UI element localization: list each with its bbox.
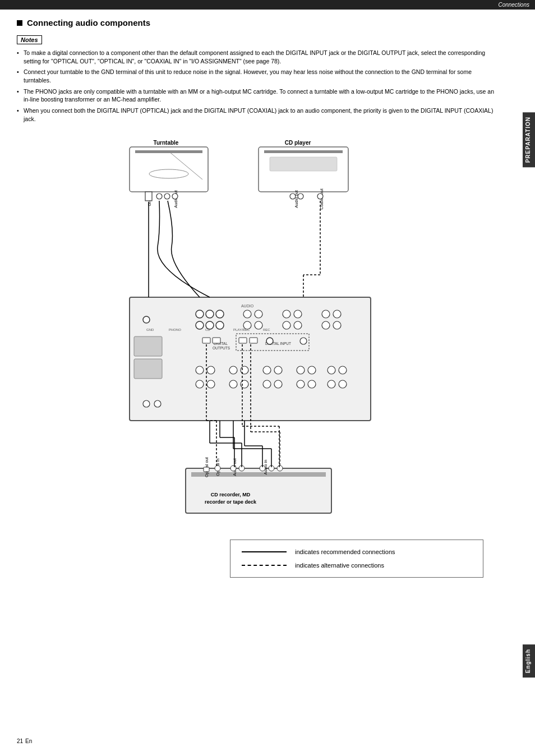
svg-rect-11 [290,193,296,199]
main-content: Connecting audio components Notes To mak… [0,10,523,597]
svg-point-47 [266,338,273,344]
svg-point-66 [274,380,282,388]
svg-point-57 [297,366,305,374]
svg-rect-49 [134,336,162,356]
page-title: Connecting audio components [17,18,500,27]
solid-line-indicator [242,551,287,552]
svg-point-54 [241,366,248,374]
notes-list: To make a digital connection to a compon… [17,49,500,123]
svg-point-25 [255,310,262,318]
svg-text:OUTPUTS: OUTPUTS [213,346,230,350]
svg-point-22 [206,310,214,318]
svg-point-63 [229,380,237,388]
svg-rect-13 [317,193,323,199]
svg-point-34 [255,321,262,329]
svg-point-67 [297,380,305,388]
svg-point-51 [196,366,204,374]
svg-rect-78 [230,465,236,471]
diagram-area: Turntable CD player Ground Audio out [17,135,500,528]
svg-point-30 [196,321,204,329]
svg-rect-7 [145,192,152,201]
svg-point-72 [154,400,161,407]
note-item-3: The PHONO jacks are only compatible with… [17,87,500,104]
connection-diagram: Turntable CD player Ground Audio out [113,135,404,527]
legend-alternative: indicates alternative connections [242,562,472,569]
header-section-label: Connections [498,2,529,8]
note-item-2: Connect your turntable to the GND termin… [17,68,500,84]
cd-recorder-label: CD recorder, MD [211,492,251,497]
svg-point-35 [283,321,290,329]
legend-alternative-label: indicates alternative connections [295,562,384,569]
svg-point-58 [308,366,316,374]
title-icon [17,20,22,26]
svg-rect-10 [172,193,178,199]
svg-point-29 [333,310,341,318]
svg-point-33 [243,321,251,329]
svg-rect-5 [264,150,343,153]
svg-text:recorder or tape deck: recorder or tape deck [205,499,257,505]
svg-rect-45 [239,338,247,343]
svg-rect-9 [164,193,170,199]
svg-point-71 [143,400,150,407]
page-number-value: 21 [17,738,23,744]
svg-point-64 [241,380,248,388]
note-item-1: To make a digital connection to a compon… [17,49,500,65]
svg-point-52 [207,366,215,374]
page-title-text: Connecting audio components [27,18,150,27]
diagram-container: Turntable CD player Ground Audio out [113,135,404,528]
svg-rect-12 [298,193,303,199]
svg-point-26 [283,310,290,318]
svg-point-27 [294,310,302,318]
svg-point-28 [322,310,330,318]
svg-rect-8 [156,193,162,199]
legend-box: indicates recommended connections indica… [230,540,483,578]
svg-point-32 [216,321,224,329]
svg-rect-50 [134,359,162,379]
side-tab-preparation: PREPARATION [523,112,535,167]
svg-point-61 [196,380,204,388]
svg-point-39 [143,316,150,323]
page-suffix: En [25,738,32,744]
svg-text:PHONO: PHONO [169,328,181,331]
svg-point-37 [322,321,330,329]
svg-rect-82 [277,465,283,471]
svg-point-55 [263,366,271,374]
svg-rect-44 [213,338,220,343]
svg-rect-74 [191,472,326,477]
svg-point-60 [339,366,347,374]
svg-point-56 [274,366,282,374]
cd-player-label: CD player [285,140,311,146]
svg-text:REC: REC [263,328,270,331]
svg-point-36 [294,321,302,329]
side-tab-english: English [523,644,535,677]
page-number: 21 En [17,736,32,745]
svg-point-48 [300,338,307,344]
svg-text:GND: GND [146,328,154,331]
svg-point-21 [196,310,204,318]
svg-point-59 [328,366,335,374]
audio-out-cd-label: Audio out [294,190,299,208]
header-bar: Connections [0,0,535,10]
svg-point-53 [229,366,237,374]
svg-line-3 [169,151,202,179]
svg-rect-6 [270,157,337,171]
legend-recommended-label: indicates recommended connections [295,548,395,555]
svg-point-23 [216,310,224,318]
notes-label: Notes [17,35,42,44]
dashed-line-indicator [242,565,287,566]
svg-point-2 [149,169,188,178]
note-item-4: When you connect both the DIGITAL INPUT … [17,107,500,123]
svg-point-69 [328,380,335,388]
svg-point-65 [263,380,271,388]
svg-text:AUDIO: AUDIO [241,304,254,308]
svg-point-24 [243,310,251,318]
svg-point-68 [308,380,316,388]
turntable-label: Turntable [154,140,179,146]
svg-rect-43 [202,338,210,343]
svg-point-70 [339,380,347,388]
svg-point-62 [207,380,215,388]
svg-point-31 [206,321,214,329]
svg-rect-76 [204,467,209,472]
legend-recommended: indicates recommended connections [242,548,472,555]
svg-rect-77 [215,465,220,471]
